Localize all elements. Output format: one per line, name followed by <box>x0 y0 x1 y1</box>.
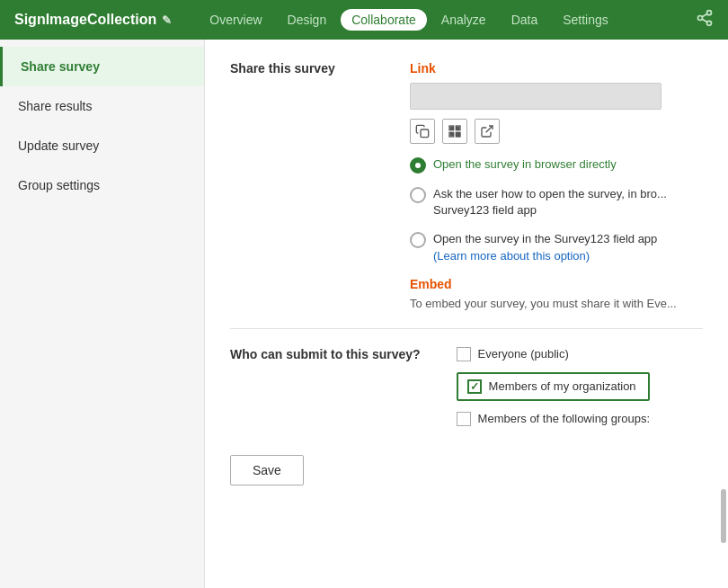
share-section-title: Share this survey <box>230 61 374 76</box>
radio-ask-user-label: Ask the user how to open the survey, in … <box>433 186 667 218</box>
learn-more-link[interactable]: (Learn more about this option) <box>433 249 590 263</box>
radio-browser-direct-label: Open the survey in browser directly <box>433 156 617 173</box>
save-button[interactable]: Save <box>230 455 304 486</box>
svg-rect-9 <box>450 127 452 129</box>
checkbox-groups-box[interactable] <box>457 412 471 426</box>
nav-overview[interactable]: Overview <box>199 9 272 31</box>
radio-field-app: Open the survey in the Survey123 field a… <box>410 231 703 263</box>
svg-point-2 <box>707 21 712 25</box>
checkbox-options: Everyone (public) ✓ Members of my organi… <box>457 347 650 426</box>
svg-rect-11 <box>450 134 452 136</box>
nav-data[interactable]: Data <box>501 9 549 31</box>
svg-line-16 <box>486 126 493 132</box>
submit-label: Who can submit to this survey? <box>230 347 421 426</box>
sidebar-item-update-survey[interactable]: Update survey <box>0 126 204 165</box>
svg-point-0 <box>707 10 712 14</box>
checkbox-groups: Members of the following groups: <box>457 412 650 426</box>
link-label: Link <box>410 61 703 76</box>
nav-settings[interactable]: Settings <box>552 9 619 31</box>
link-col: Link <box>410 61 703 310</box>
copy-icon[interactable] <box>410 119 435 144</box>
checkbox-org-wrapper: ✓ Members of my organization <box>457 372 650 401</box>
sidebar-item-share-survey[interactable]: Share survey <box>0 47 204 86</box>
svg-line-4 <box>702 13 707 16</box>
checkbox-groups-label: Members of the following groups: <box>478 412 650 425</box>
scrollbar-thumb[interactable] <box>721 489 726 543</box>
radio-field-app-btn[interactable] <box>410 232 426 248</box>
embed-text: To embed your survey, you must share it … <box>410 297 703 310</box>
save-section: Save <box>230 455 703 486</box>
qr-code-icon[interactable] <box>442 119 467 144</box>
checkbox-org-box[interactable]: ✓ <box>467 379 482 394</box>
nav-analyze[interactable]: Analyze <box>431 9 497 31</box>
link-icon-row <box>410 119 703 144</box>
checkbox-everyone-box[interactable] <box>457 347 471 361</box>
app-title-text: SignImageCollection <box>14 12 156 28</box>
svg-rect-14 <box>458 132 460 134</box>
radio-browser-direct-btn[interactable] <box>410 157 426 174</box>
radio-browser-direct: Open the survey in browser directly <box>410 156 703 174</box>
share-link-row: Share this survey Link <box>230 61 703 310</box>
checkbox-everyone: Everyone (public) <box>457 347 650 361</box>
app-title: SignImageCollection ✎ <box>14 12 172 28</box>
sidebar-item-group-settings[interactable]: Group settings <box>0 165 204 205</box>
edit-title-icon[interactable]: ✎ <box>162 13 172 27</box>
nav-design[interactable]: Design <box>277 9 338 31</box>
share-icon[interactable] <box>696 9 714 31</box>
checkbox-org-label: Members of my organization <box>489 379 636 393</box>
share-label-col: Share this survey <box>230 61 374 310</box>
checkmark-icon: ✓ <box>470 380 479 393</box>
submit-section: Who can submit to this survey? Everyone … <box>230 347 703 426</box>
link-input-display[interactable] <box>410 83 661 110</box>
svg-rect-10 <box>457 127 459 129</box>
sidebar: Share survey Share results Update survey… <box>0 40 205 588</box>
section-divider <box>230 328 703 329</box>
svg-point-1 <box>698 15 703 20</box>
main-nav: Overview Design Collaborate Analyze Data… <box>199 9 678 31</box>
svg-rect-5 <box>421 129 429 138</box>
svg-rect-13 <box>456 132 457 134</box>
sidebar-item-share-results[interactable]: Share results <box>0 86 204 126</box>
checkbox-everyone-label: Everyone (public) <box>478 347 569 361</box>
radio-field-app-label: Open the survey in the Survey123 field a… <box>433 231 657 263</box>
app-header: SignImageCollection ✎ Overview Design Co… <box>0 0 728 40</box>
embed-label: Embed <box>410 277 703 291</box>
svg-rect-15 <box>456 135 460 137</box>
nav-collaborate[interactable]: Collaborate <box>341 9 427 31</box>
external-link-icon[interactable] <box>475 119 500 144</box>
svg-line-3 <box>702 19 707 22</box>
radio-ask-user: Ask the user how to open the survey, in … <box>410 186 703 218</box>
radio-ask-user-btn[interactable] <box>410 187 426 203</box>
main-content: Share this survey Link <box>205 40 728 588</box>
page-layout: Share survey Share results Update survey… <box>0 40 728 588</box>
